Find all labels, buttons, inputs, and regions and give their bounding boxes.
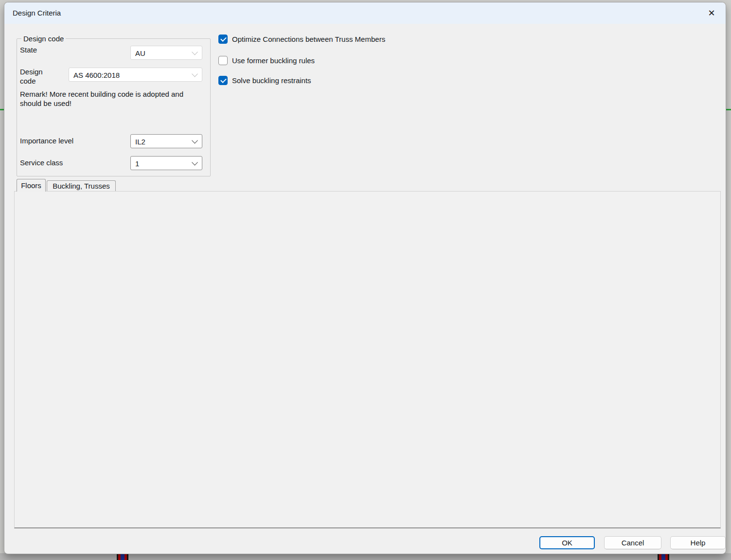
tab-floors[interactable]: Floors [17, 179, 46, 192]
importance-level-select[interactable]: IL2 [130, 134, 202, 148]
solve-buckling-checkbox[interactable] [218, 76, 228, 85]
close-icon[interactable]: ✕ [704, 6, 719, 20]
floors-tab-panel [14, 191, 721, 528]
design-code-label: Design code [20, 67, 54, 86]
background-truss-member [658, 554, 669, 560]
state-label: State [20, 46, 37, 54]
cancel-button[interactable]: Cancel [604, 536, 661, 549]
former-buckling-checkbox[interactable] [218, 56, 228, 65]
former-buckling-checkbox-row: Use former buckling rules [218, 56, 315, 65]
solve-buckling-label: Solve buckling restraints [232, 76, 311, 85]
tab-buckling-trusses[interactable]: Buckling, Trusses [47, 180, 116, 192]
optimize-connections-label: Optimize Connections between Truss Membe… [232, 35, 385, 43]
importance-level-label: Importance level [20, 137, 73, 145]
dialog-title: Design Criteria [13, 2, 61, 24]
chevron-down-icon [192, 159, 198, 165]
optimize-connections-checkbox-row: Optimize Connections between Truss Membe… [218, 35, 385, 44]
design-code-remark: Remark! More recent building code is ado… [20, 89, 201, 108]
design-code-group-label: Design code [21, 35, 66, 43]
optimize-connections-checkbox[interactable] [218, 35, 228, 44]
service-class-label: Service class [20, 158, 63, 167]
former-buckling-label: Use former buckling rules [232, 56, 315, 65]
chevron-down-icon [192, 49, 198, 55]
state-select[interactable]: AU [130, 46, 202, 60]
title-bar: Design Criteria ✕ [4, 2, 726, 24]
design-code-select[interactable]: AS 4600:2018 [69, 68, 202, 82]
design-criteria-dialog: Design Criteria ✕ Design code State AU D… [4, 2, 726, 554]
service-class-select[interactable]: 1 [130, 156, 202, 170]
chevron-down-icon [192, 70, 198, 77]
background-app-strip [0, 553, 731, 560]
ok-button[interactable]: OK [539, 536, 595, 549]
background-truss-member [117, 554, 128, 560]
help-button[interactable]: Help [670, 536, 726, 549]
solve-buckling-checkbox-row: Solve buckling restraints [218, 76, 311, 85]
chevron-down-icon [192, 137, 198, 143]
